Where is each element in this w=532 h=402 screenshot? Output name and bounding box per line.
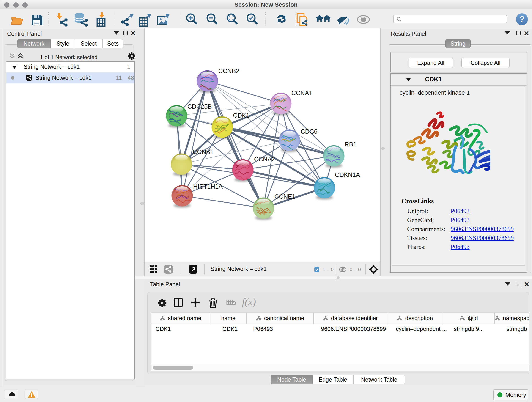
svg-text:HIST1H1A: HIST1H1A — [193, 183, 223, 190]
svg-text:CDKN1A: CDKN1A — [335, 172, 360, 178]
svg-text:CDK1: CDK1 — [233, 112, 249, 119]
svg-text:CDC25B: CDC25B — [187, 103, 212, 110]
svg-text:CCNE1: CCNE1 — [274, 193, 296, 200]
svg-text:CCNB1: CCNB1 — [193, 148, 214, 155]
svg-text:RB1: RB1 — [345, 141, 357, 148]
svg-text:CCNA1: CCNA1 — [291, 89, 312, 96]
svg-text:CDC6: CDC6 — [301, 128, 317, 135]
svg-text:CCNA2: CCNA2 — [254, 156, 275, 163]
svg-text:CCNB2: CCNB2 — [218, 68, 239, 75]
